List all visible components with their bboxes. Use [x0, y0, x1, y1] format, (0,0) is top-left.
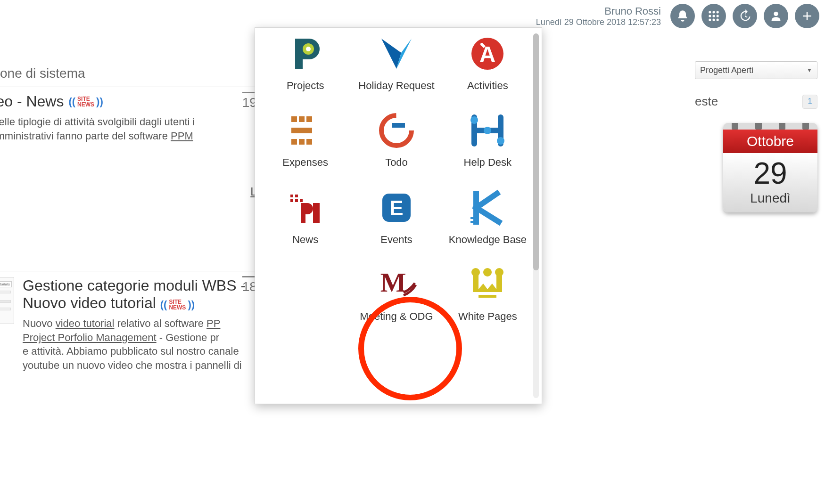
svg-point-7 [712, 19, 715, 21]
app-label: Projects [287, 80, 324, 91]
todo-icon [375, 109, 418, 152]
svg-rect-28 [295, 195, 298, 197]
svg-point-2 [717, 11, 719, 13]
events-icon: E [375, 187, 418, 229]
news-item: TeraNet Tutorials Gestione categorie mod… [0, 271, 278, 381]
calendar-day: 29 [723, 153, 817, 191]
video-tutorial-link[interactable]: video tutorial [56, 317, 115, 329]
svg-point-14 [480, 43, 483, 46]
svg-point-11 [306, 47, 311, 51]
app-holiday-request[interactable]: Holiday Request [355, 33, 437, 91]
calendar-month: Ottobre [723, 130, 817, 153]
svg-rect-41 [478, 295, 496, 298]
svg-point-1 [712, 11, 715, 13]
bell-icon[interactable] [670, 4, 695, 28]
svg-point-6 [709, 19, 711, 21]
svg-point-39 [483, 268, 492, 276]
scrollbar-thumb[interactable] [533, 33, 539, 270]
svg-point-3 [709, 15, 711, 17]
app-white-pages[interactable]: White Pages [447, 263, 528, 322]
launcher-scrollbar[interactable] [533, 33, 539, 398]
app-label: Expenses [282, 156, 328, 168]
svg-text:M: M [380, 268, 406, 298]
svg-point-24 [470, 116, 478, 124]
calendar-rings-icon [723, 123, 817, 130]
app-label: Holiday Request [358, 80, 434, 91]
svg-rect-29 [290, 199, 293, 202]
svg-rect-23 [392, 123, 405, 128]
svg-rect-35 [470, 217, 474, 219]
app-todo[interactable]: Todo [355, 109, 437, 168]
svg-rect-21 [306, 139, 312, 145]
news-title[interactable]: ovo video - News ((SITENEWS)) [0, 93, 103, 110]
requests-row[interactable]: este 1 [695, 89, 817, 114]
app-launcher-panel: Projects Holiday Request A Activities Ex… [255, 27, 542, 404]
header-datetime: Lunedì 29 Ottobre 2018 12:57:23 [536, 17, 661, 27]
svg-rect-31 [300, 199, 303, 202]
chevron-down-icon: ▼ [807, 67, 812, 73]
apps-grid-icon[interactable] [701, 4, 726, 28]
news-body: Nuovo video tutorial relativo al softwar… [23, 317, 278, 373]
svg-point-25 [484, 127, 491, 134]
svg-point-4 [712, 15, 715, 17]
svg-rect-17 [306, 116, 312, 122]
helpdesk-icon [466, 109, 509, 152]
svg-rect-30 [295, 199, 298, 202]
select-value: Progetti Aperti [700, 65, 753, 75]
ppm-link[interactable]: PPM [171, 130, 193, 142]
app-label: Todo [385, 156, 408, 168]
app-projects[interactable]: Projects [264, 33, 346, 91]
svg-rect-20 [299, 139, 305, 145]
news-thumbnail[interactable]: TeraNet Tutorials [0, 277, 14, 324]
app-news[interactable]: News [264, 187, 346, 245]
add-icon[interactable] [795, 4, 819, 28]
svg-point-0 [709, 11, 711, 13]
projects-filter-select[interactable]: Progetti Aperti ▼ [695, 61, 817, 79]
svg-rect-36 [470, 221, 474, 223]
holiday-icon [375, 33, 418, 75]
svg-point-9 [774, 12, 778, 16]
news-title[interactable]: Gestione categorie moduli WBS - Nuovo vi… [23, 277, 278, 312]
site-news-icon: ((SITENEWS)) [160, 299, 195, 311]
knowledge-icon [466, 187, 509, 229]
app-label: News [292, 234, 318, 245]
pp-link[interactable]: PP [206, 317, 220, 329]
main-news-column: one di sistema ovo video - News ((SITENE… [0, 66, 278, 381]
svg-text:E: E [389, 196, 403, 219]
white-pages-icon [466, 263, 509, 306]
svg-rect-32 [313, 203, 320, 223]
svg-rect-27 [290, 195, 293, 197]
section-title: one di sistema [0, 66, 278, 81]
requests-label: este [695, 94, 718, 109]
read-more-link[interactable]: Leggi [0, 185, 278, 198]
expenses-icon [284, 109, 327, 152]
history-icon[interactable] [733, 4, 757, 28]
requests-count-badge: 1 [802, 95, 817, 109]
app-activities[interactable]: A Activities [447, 33, 528, 91]
app-knowledge-base[interactable]: Knowledge Base [447, 187, 528, 245]
svg-point-22 [381, 115, 412, 146]
svg-point-26 [497, 137, 504, 145]
header-bar: Bruno Rossi Lunedì 29 Ottobre 2018 12:57… [536, 4, 819, 28]
svg-rect-16 [299, 116, 305, 122]
app-label: White Pages [458, 310, 517, 322]
app-label: Activities [467, 80, 508, 91]
svg-rect-19 [291, 139, 297, 145]
svg-rect-15 [291, 116, 297, 122]
ppm-long-link[interactable]: Project Porfolio Management [23, 332, 157, 343]
news-item: ovo video - News ((SITENEWS)) 19 Ott str… [0, 87, 278, 271]
app-label: Meeting & ODG [360, 310, 433, 322]
profile-icon[interactable] [764, 4, 788, 28]
projects-icon [284, 33, 327, 75]
svg-rect-18 [291, 128, 312, 133]
app-expenses[interactable]: Expenses [264, 109, 346, 168]
user-info: Bruno Rossi Lunedì 29 Ottobre 2018 12:57… [536, 5, 661, 27]
app-help-desk[interactable]: Help Desk [447, 109, 528, 168]
calendar-widget[interactable]: Ottobre 29 Lunedì [723, 123, 817, 212]
calendar-weekday: Lunedì [723, 191, 817, 212]
app-meeting-odg[interactable]: M Meeting & ODG [355, 263, 437, 322]
svg-point-8 [717, 19, 719, 21]
app-events[interactable]: E Events [355, 187, 437, 245]
user-name: Bruno Rossi [536, 5, 661, 17]
activities-icon: A [466, 33, 509, 75]
